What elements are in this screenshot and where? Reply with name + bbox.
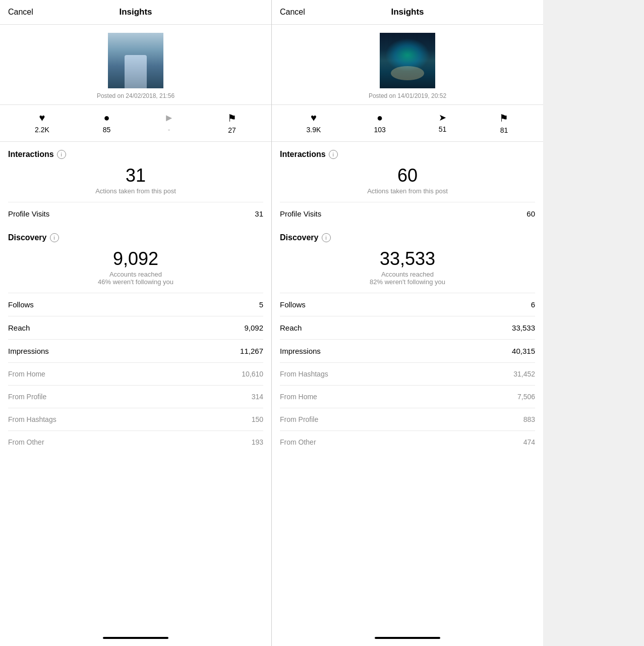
left-discovery-title: Discovery — [8, 233, 47, 242]
left-post-image — [108, 33, 163, 88]
right-from-hashtags-label: From Hashtags — [280, 370, 328, 378]
right-bookmarks-value: 81 — [500, 126, 508, 134]
left-discovery-section: Discovery i 9,092 Accounts reached 46% w… — [0, 225, 271, 453]
left-bookmarks-value: 27 — [228, 126, 236, 134]
left-likes-value: 2.2K — [35, 126, 49, 134]
right-interactions-number: 60 — [280, 165, 535, 186]
right-from-home-value: 7,506 — [517, 393, 535, 401]
right-from-hashtags-row: From Hashtags 31,452 — [280, 362, 535, 385]
right-title: Insights — [391, 7, 424, 17]
right-stats-row: ♥ 3.9K ● 103 ➤ 51 ⚑ 81 — [272, 105, 543, 142]
right-from-hashtags-value: 31,452 — [513, 370, 535, 378]
right-from-home-row: From Home 7,506 — [280, 385, 535, 408]
left-interactions-info-icon[interactable]: i — [57, 150, 66, 159]
left-cancel-button[interactable]: Cancel — [8, 8, 33, 17]
right-discovery-info-icon[interactable]: i — [322, 233, 331, 242]
left-from-other-label: From Other — [8, 438, 44, 446]
left-stat-comments: ● 85 — [103, 112, 111, 134]
right-post-area: Posted on 14/01/2019, 20:52 — [272, 25, 543, 105]
left-home-indicator — [103, 637, 168, 639]
left-from-home-value: 10,610 — [242, 370, 263, 378]
right-from-profile-label: From Profile — [280, 415, 318, 423]
left-from-profile-value: 314 — [252, 393, 263, 401]
left-follows-row: Follows 5 — [8, 293, 263, 316]
left-discovery-info-icon[interactable]: i — [50, 233, 59, 242]
right-profile-visits-value: 60 — [526, 209, 535, 218]
bookmark-icon: ⚑ — [227, 112, 237, 124]
right-post-image — [380, 33, 435, 88]
left-from-hashtags-row: From Hashtags 150 — [8, 408, 263, 430]
right-stat-bookmarks: ⚑ 81 — [499, 112, 508, 134]
right-stat-likes: ♥ 3.9K — [307, 112, 321, 134]
share-icon: ► — [164, 112, 174, 124]
heart-icon: ♥ — [39, 112, 45, 124]
right-cancel-button[interactable]: Cancel — [280, 8, 305, 17]
right-from-home-label: From Home — [280, 393, 317, 401]
comment-icon: ● — [103, 112, 109, 124]
left-from-hashtags-label: From Hashtags — [8, 415, 56, 423]
right-from-profile-row: From Profile 883 — [280, 408, 535, 430]
share-icon-right: ➤ — [439, 112, 446, 123]
right-stat-shares: ➤ 51 — [439, 112, 447, 134]
right-from-profile-value: 883 — [523, 415, 535, 423]
left-follows-value: 5 — [259, 300, 263, 309]
right-follows-row: Follows 6 — [280, 293, 535, 316]
left-from-profile-label: From Profile — [8, 393, 46, 401]
right-panel: Cancel Insights Posted on 14/01/2019, 20… — [272, 0, 543, 646]
heart-icon-right: ♥ — [311, 112, 317, 124]
left-profile-visits-value: 31 — [255, 209, 263, 218]
right-header: Cancel Insights — [272, 0, 543, 25]
right-interactions-header: Interactions i — [280, 150, 535, 159]
left-impressions-value: 11,267 — [240, 347, 263, 355]
left-reach-row: Reach 9,092 — [8, 316, 263, 339]
right-interactions-title: Interactions — [280, 150, 326, 159]
right-stat-comments: ● 103 — [374, 112, 385, 134]
comment-icon-right: ● — [377, 112, 383, 124]
left-header: Cancel Insights — [0, 0, 271, 25]
right-likes-value: 3.9K — [307, 126, 321, 134]
left-shares-value: - — [168, 126, 170, 134]
left-post-area: Posted on 24/02/2018, 21:56 — [0, 25, 271, 105]
right-shares-value: 51 — [439, 125, 447, 133]
right-reach-value: 33,533 — [512, 324, 535, 332]
left-interactions-header: Interactions i — [8, 150, 263, 159]
right-post-date: Posted on 14/01/2019, 20:52 — [369, 92, 446, 99]
left-stat-bookmarks: ⚑ 27 — [227, 112, 237, 134]
right-impressions-value: 40,315 — [512, 347, 535, 355]
right-reach-label: Reach — [280, 324, 302, 332]
left-panel: Cancel Insights Posted on 24/02/2018, 21… — [0, 0, 271, 646]
left-stat-shares: ► - — [164, 112, 174, 134]
left-title: Insights — [119, 7, 152, 17]
left-from-hashtags-value: 150 — [252, 415, 263, 423]
left-comments-value: 85 — [103, 126, 111, 134]
left-stat-likes: ♥ 2.2K — [35, 112, 49, 134]
right-interactions-subtitle: Actions taken from this post — [280, 187, 535, 195]
right-comments-value: 103 — [374, 126, 385, 134]
left-interactions-number: 31 — [8, 165, 263, 186]
right-home-indicator — [375, 637, 440, 639]
right-interactions-info-icon[interactable]: i — [329, 150, 338, 159]
left-stats-row: ♥ 2.2K ● 85 ► - ⚑ 27 — [0, 105, 271, 142]
right-bottom-bar — [272, 632, 543, 646]
left-profile-visits-label: Profile Visits — [8, 209, 49, 218]
bookmark-icon-right: ⚑ — [499, 112, 508, 124]
left-bottom-bar — [0, 632, 271, 646]
right-follows-label: Follows — [280, 300, 306, 309]
right-follows-value: 6 — [531, 300, 535, 309]
right-interactions-section: Interactions i 60 Actions taken from thi… — [272, 142, 543, 225]
left-discovery-header: Discovery i — [8, 233, 263, 242]
right-reach-row: Reach 33,533 — [280, 316, 535, 339]
left-interactions-title: Interactions — [8, 150, 54, 159]
left-impressions-label: Impressions — [8, 347, 49, 355]
left-reach-label: Reach — [8, 324, 30, 332]
right-discovery-header: Discovery i — [280, 233, 535, 242]
left-discovery-number: 9,092 — [8, 248, 263, 270]
left-profile-visits-row: Profile Visits 31 — [8, 202, 263, 225]
right-from-other-row: From Other 474 — [280, 430, 535, 453]
right-discovery-title: Discovery — [280, 233, 319, 242]
left-follows-label: Follows — [8, 300, 34, 309]
left-from-home-row: From Home 10,610 — [8, 362, 263, 385]
right-discovery-section: Discovery i 33,533 Accounts reached 82% … — [272, 225, 543, 453]
left-from-other-value: 193 — [252, 438, 263, 446]
right-from-other-value: 474 — [523, 438, 535, 446]
